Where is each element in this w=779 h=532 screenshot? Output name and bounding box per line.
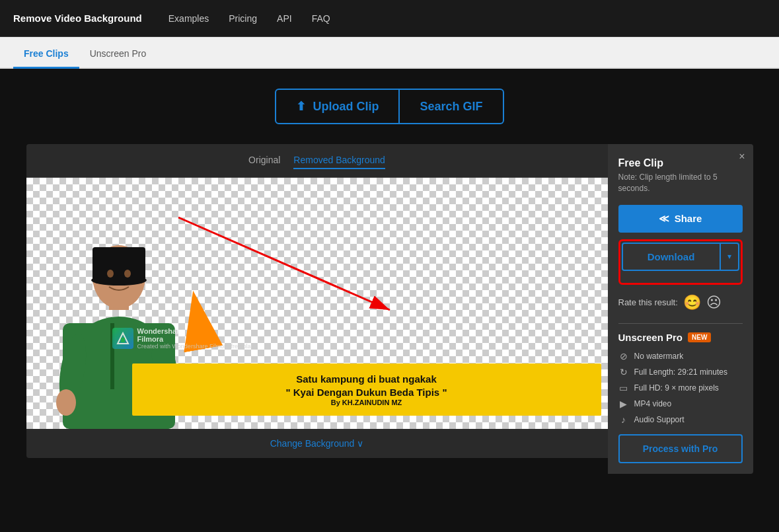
upload-icon: ⬆ [296, 99, 306, 114]
watermark-logo [112, 328, 133, 349]
pro-feature-audio: ♪ Audio Support [618, 414, 743, 425]
download-highlight: Download ▾ [618, 239, 743, 285]
search-gif-button[interactable]: Search GIF [400, 89, 503, 124]
svg-rect-14 [121, 338, 125, 342]
pro-features-list: ⊘ No watermark ↻ Full Length: 29:21 minu… [618, 351, 743, 425]
tab-removed-background[interactable]: Removed Background [293, 152, 385, 169]
mp4-icon: ▶ [618, 399, 629, 409]
no-watermark-icon: ⊘ [618, 351, 629, 361]
watermark-text: Wondershare Filmora Created with Wonders… [137, 327, 254, 350]
svg-point-6 [91, 275, 147, 285]
tab-unscreen-pro[interactable]: Unscreen Pro [79, 40, 157, 69]
action-buttons: ⬆ Upload Clip Search GIF [275, 89, 503, 124]
top-navigation: Remove Video Background Examples Pricing… [0, 0, 779, 37]
download-button[interactable]: Download [623, 244, 720, 270]
audio-icon: ♪ [618, 414, 629, 425]
nav-examples[interactable]: Examples [168, 13, 209, 24]
change-background-button[interactable]: Change Background ∨ [26, 429, 608, 458]
yellow-text-box: Satu kampung di buat ngakak " Kyai Denga… [132, 363, 601, 416]
pro-feature-watermark: ⊘ No watermark [618, 351, 743, 361]
rate-sad-icon[interactable]: ☹ [706, 294, 722, 311]
video-tabs: Original Removed Background [26, 144, 608, 178]
pro-title-row: Unscreen Pro NEW [618, 332, 743, 343]
pro-feature-mp4: ▶ MP4 video [618, 399, 743, 409]
svg-point-8 [124, 270, 131, 278]
download-arrow-button[interactable]: ▾ [720, 244, 738, 270]
free-clip-title: Free Clip [618, 157, 743, 169]
video-area: Original Removed Background [26, 144, 753, 474]
share-button[interactable]: ≪ Share [618, 205, 743, 233]
share-icon: ≪ [659, 213, 669, 225]
pro-feature-length: ↻ Full Length: 29:21 minutes [618, 367, 743, 377]
upload-clip-button[interactable]: ⬆ Upload Clip [275, 89, 400, 124]
tab-free-clips[interactable]: Free Clips [13, 40, 79, 69]
svg-line-16 [178, 217, 390, 310]
video-panel: Original Removed Background [26, 144, 608, 458]
hd-icon: ▭ [618, 383, 629, 393]
svg-point-11 [56, 389, 76, 416]
nav-api[interactable]: API [277, 13, 292, 24]
svg-point-7 [107, 270, 114, 278]
rate-happy-icon[interactable]: 😊 [683, 294, 701, 311]
video-title-line3: By KH.ZAINUDIN MZ [139, 399, 595, 406]
nav-links: Examples Pricing API FAQ [168, 13, 330, 24]
tab-original[interactable]: Original [248, 152, 280, 169]
length-icon: ↻ [618, 367, 629, 377]
sub-navigation: Free Clips Unscreen Pro [0, 37, 779, 69]
nav-faq[interactable]: FAQ [312, 13, 330, 24]
video-content: Wondershare Filmora Created with Wonders… [26, 178, 608, 429]
brand-title: Remove Video Background [13, 13, 142, 24]
new-badge: NEW [688, 332, 711, 342]
process-pro-button[interactable]: Process with Pro [618, 434, 743, 463]
sidebar: × Free Clip Note: Clip length limited to… [608, 144, 753, 474]
video-title-line1: Satu kampung di buat ngakak [139, 373, 595, 386]
chevron-down-icon: ∨ [357, 438, 363, 449]
rate-section: Rate this result: 😊 ☹ [618, 294, 743, 311]
rate-label: Rate this result: [618, 297, 678, 307]
pro-feature-hd: ▭ Full HD: 9 × more pixels [618, 383, 743, 393]
watermark: Wondershare Filmora Created with Wonders… [112, 327, 254, 350]
pro-title: Unscreen Pro [618, 332, 683, 343]
main-content: ⬆ Upload Clip Search GIF Original Remove… [0, 69, 779, 532]
video-frame: Wondershare Filmora Created with Wonders… [26, 178, 608, 429]
download-button-wrap: Download ▾ [622, 243, 739, 271]
close-icon[interactable]: × [739, 151, 745, 163]
free-clip-note: Note: Clip length limited to 5 seconds. [618, 172, 743, 194]
video-title-line2: " Kyai Dengan Dukun Beda Tipis " [139, 386, 595, 399]
pro-section: Unscreen Pro NEW ⊘ No watermark ↻ Full L… [618, 323, 743, 463]
nav-pricing[interactable]: Pricing [229, 13, 257, 24]
